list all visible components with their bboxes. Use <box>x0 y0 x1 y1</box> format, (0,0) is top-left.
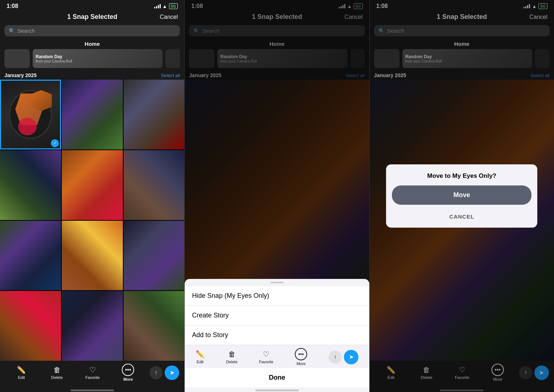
photo-cell-6[interactable] <box>124 150 185 220</box>
send-buttons-1: ↑ ➤ <box>149 365 184 380</box>
photo-cell-selected-1[interactable]: ✓ <box>0 80 61 149</box>
wifi-icon-1: ▲ <box>162 4 167 9</box>
home-label-1: Home <box>4 41 180 47</box>
select-all-1[interactable]: Select all <box>161 73 180 78</box>
toolbar-delete-1[interactable]: 🗑 Delete <box>48 366 66 380</box>
sheet-toolbar-favorite[interactable]: ♡ Favorite <box>259 350 274 364</box>
sheet-toolbar-delete[interactable]: 🗑 Delete <box>226 350 238 364</box>
photo-cell-5[interactable] <box>62 150 123 220</box>
more-label-1: More <box>123 377 133 381</box>
sheet-more-label: More <box>297 361 306 366</box>
sheet-add-to-story[interactable]: Add to Story <box>185 325 369 345</box>
sheet-send-btn[interactable]: ➤ <box>344 350 358 364</box>
sheet-edit-label: Edit <box>197 360 204 364</box>
search-bar-1[interactable]: 🔍 Search <box>4 25 180 36</box>
toolbar-edit-1[interactable]: ✏️ Edit <box>12 365 31 380</box>
sheet-toolbar-edit[interactable]: ✏️ Edit <box>196 350 205 364</box>
toolbar-actions-1: ✏️ Edit 🗑 Delete ♡ Favorite ••• More <box>0 364 149 381</box>
status-icons-1: ▲ 5G <box>154 3 178 9</box>
home-card-subtitle-1: from your Camera Roll <box>36 59 160 63</box>
edit-icon-1: ✏️ <box>17 365 26 374</box>
sheet-toolbar-2: ✏️ Edit 🗑 Delete ♡ Favorite ••• More ↑ ➤ <box>185 345 369 368</box>
modal-cancel-button-3[interactable]: CANCEL <box>386 209 537 228</box>
sheet-more-circle-icon: ••• <box>295 348 307 360</box>
status-bar-1: 1:08 ▲ 5G <box>0 0 184 11</box>
toolbar-favorite-1[interactable]: ♡ Favorite <box>84 365 102 380</box>
sheet-delete-label: Delete <box>226 360 238 364</box>
cancel-nav-1[interactable]: Cancel <box>160 14 178 20</box>
panel-1: 1:08 ▲ 5G 1 Snap Selected Cancel 🔍 Searc… <box>0 0 184 392</box>
sheet-toolbar-more[interactable]: ••• More <box>295 348 307 366</box>
bottom-sheet-2: Hide Snap (My Eyes Only) Create Story Ad… <box>185 279 369 392</box>
home-indicator-1 <box>71 389 114 391</box>
bottom-toolbar-1: ✏️ Edit 🗑 Delete ♡ Favorite ••• More ↑ ➤ <box>0 361 184 387</box>
signal-icon-1 <box>154 4 161 8</box>
sheet-upload-btn[interactable]: ↑ <box>329 351 342 364</box>
send-button-1[interactable]: ➤ <box>165 365 179 380</box>
home-card-title-1: Random Day <box>36 54 160 59</box>
delete-icon-1: 🗑 <box>53 366 61 374</box>
photo-cell-7[interactable] <box>0 221 61 291</box>
photo-cell-10[interactable] <box>0 291 61 361</box>
status-time-1: 1:08 <box>7 3 18 9</box>
search-icon-1: 🔍 <box>9 28 15 34</box>
edit-label-1: Edit <box>18 375 25 380</box>
modal-move-button-3[interactable]: Move <box>392 185 531 205</box>
photo-cell-3[interactable] <box>124 80 185 149</box>
home-card-extra-1 <box>165 49 180 68</box>
sheet-heart-icon: ♡ <box>263 350 269 359</box>
more-circle-icon-1: ••• <box>122 364 134 376</box>
panel-3: 1:08 ▲ 5G 1 Snap Selected Cancel 🔍 Searc… <box>369 0 554 392</box>
search-placeholder-1: Search <box>17 28 35 34</box>
heart-icon-1: ♡ <box>89 365 96 374</box>
photo-cell-4[interactable] <box>0 150 61 220</box>
modal-title-3: Move to My Eyes Only? <box>386 164 537 185</box>
home-card-main-1[interactable]: Random Day from your Camera Roll <box>33 49 162 68</box>
panel-2: 1:08 ▲ 5G 1 Snap Selected Cancel 🔍 Searc… <box>184 0 369 392</box>
home-indicator-2 <box>255 389 299 391</box>
sheet-done-btn[interactable]: Done <box>185 368 369 387</box>
photo-cell-12[interactable] <box>124 291 185 361</box>
month-section-1: January 2025 Select all <box>0 69 184 80</box>
photo-cell-8[interactable] <box>62 221 123 291</box>
home-card-thumbnail-1 <box>4 49 30 68</box>
battery-icon-1: 5G <box>169 3 178 9</box>
sheet-delete-icon: 🗑 <box>228 350 236 359</box>
photo-cell-2[interactable] <box>62 80 123 149</box>
home-section-1: Home Random Day from your Camera Roll <box>0 39 184 69</box>
upload-button-1[interactable]: ↑ <box>149 366 162 379</box>
favorite-label-1: Favorite <box>85 375 100 380</box>
sheet-send-area: ↑ ➤ <box>329 350 358 364</box>
delete-label-1: Delete <box>51 375 63 380</box>
sheet-handle-2 <box>270 282 284 283</box>
toolbar-more-1[interactable]: ••• More <box>119 364 137 381</box>
photo-grid-1: ✓ <box>0 80 184 361</box>
nav-bar-1: 1 Snap Selected Cancel <box>0 11 184 24</box>
photo-cell-9[interactable] <box>124 221 185 291</box>
sheet-favorite-label: Favorite <box>259 360 274 364</box>
month-label-1: January 2025 <box>4 72 37 78</box>
home-cards-1: Random Day from your Camera Roll <box>4 49 180 68</box>
check-circle-1: ✓ <box>51 139 59 147</box>
sheet-create-story[interactable]: Create Story <box>185 306 369 325</box>
nav-title-1: 1 Snap Selected <box>25 13 160 21</box>
sheet-edit-icon: ✏️ <box>196 350 205 359</box>
photo-cell-11[interactable] <box>62 291 123 361</box>
modal-dialog-3: Move to My Eyes Only? Move CANCEL <box>386 164 537 228</box>
sheet-hide-snap[interactable]: Hide Snap (My Eyes Only) <box>185 286 369 306</box>
